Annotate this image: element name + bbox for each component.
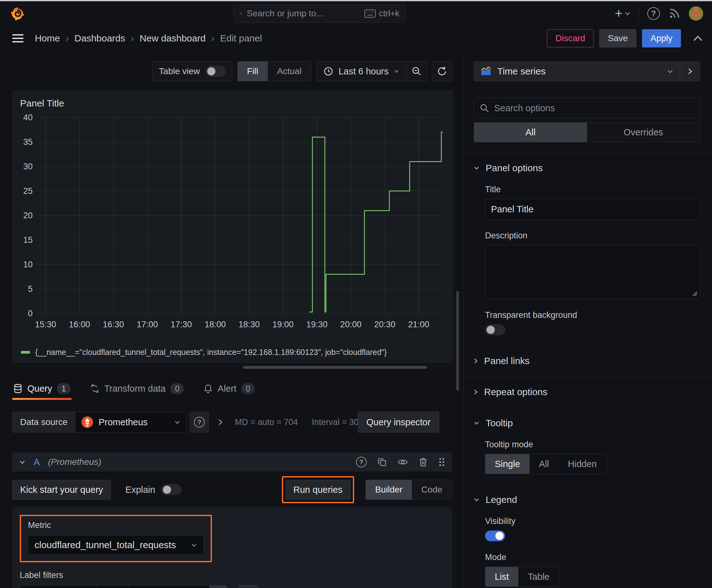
panel-options-section[interactable]: Panel options bbox=[474, 163, 700, 173]
datasource-help-button[interactable]: ? bbox=[190, 412, 209, 433]
panel-preview[interactable]: Panel Title 051015202530354015:3016:0016… bbox=[12, 91, 453, 363]
divider bbox=[687, 31, 687, 45]
tab-overrides[interactable]: Overrides bbox=[587, 123, 700, 142]
news-rss-icon[interactable] bbox=[668, 7, 681, 20]
query-a-header[interactable]: A (Prometheus) ? bbox=[12, 453, 452, 471]
help-button[interactable]: ? bbox=[647, 7, 660, 20]
panel-title-input[interactable] bbox=[485, 199, 700, 219]
menu-toggle-icon[interactable] bbox=[12, 34, 24, 42]
chevron-down-icon[interactable] bbox=[19, 460, 25, 464]
legend-title: Legend bbox=[486, 495, 517, 505]
remove-filter-button[interactable]: ✕ bbox=[209, 585, 226, 588]
legend-table-option[interactable]: Table bbox=[518, 567, 559, 586]
repeat-options-section[interactable]: Repeat options bbox=[474, 387, 700, 397]
editor-tabs: Query 1 Transform data 0 Alert 0 bbox=[12, 377, 463, 400]
fill-option[interactable]: Fill bbox=[238, 62, 268, 81]
legend-list-option[interactable]: List bbox=[486, 567, 518, 586]
chevron-down-icon bbox=[394, 69, 399, 73]
actual-option[interactable]: Actual bbox=[268, 62, 311, 81]
query-editor: Data source Prometheus ? MD = auto = 704… bbox=[12, 412, 452, 588]
add-menu-button[interactable]: + bbox=[615, 7, 631, 20]
tab-transform[interactable]: Transform data 0 bbox=[89, 377, 185, 400]
code-option[interactable]: Code bbox=[412, 480, 452, 499]
query-inspector-button[interactable]: Query inspector bbox=[358, 412, 439, 433]
query-builder-body: Metric cloudflared_tunnel_total_requests… bbox=[12, 507, 452, 588]
topbar-actions: + ? bbox=[615, 6, 703, 21]
zoom-out-icon bbox=[412, 66, 422, 76]
kick-start-button[interactable]: Kick start your query bbox=[12, 480, 111, 499]
svg-text:18:30: 18:30 bbox=[239, 320, 260, 329]
query-help-icon[interactable]: ? bbox=[356, 457, 367, 467]
options-search[interactable] bbox=[474, 98, 700, 119]
refresh-button[interactable] bbox=[432, 61, 452, 81]
chevron-down-icon bbox=[624, 11, 631, 16]
svg-text:16:00: 16:00 bbox=[69, 320, 90, 329]
timeseries-chart[interactable]: 051015202530354015:3016:0016:3017:0017:3… bbox=[18, 113, 448, 333]
tooltip-body: Tooltip mode Single All Hidden bbox=[485, 440, 700, 474]
tab-alert[interactable]: Alert 0 bbox=[202, 377, 256, 400]
query-ref-id[interactable]: A bbox=[34, 457, 40, 467]
edit-pane: Table view Fill Actual Last 6 hours bbox=[0, 51, 463, 588]
run-queries-button[interactable]: Run queries bbox=[286, 480, 350, 499]
user-avatar[interactable] bbox=[689, 6, 703, 21]
tab-query-label: Query bbox=[27, 383, 52, 394]
discard-button[interactable]: Discard bbox=[547, 29, 594, 47]
builder-option[interactable]: Builder bbox=[366, 480, 412, 499]
divider bbox=[639, 6, 639, 20]
tab-query[interactable]: Query 1 bbox=[12, 377, 71, 400]
trash-icon[interactable] bbox=[419, 457, 428, 467]
description-textarea[interactable] bbox=[485, 245, 700, 299]
tab-all[interactable]: All bbox=[474, 123, 587, 142]
tab-transform-label: Transform data bbox=[104, 383, 166, 394]
time-range-picker[interactable]: Last 6 hours bbox=[317, 62, 406, 81]
chevron-right-icon bbox=[474, 358, 478, 364]
tooltip-single-option[interactable]: Single bbox=[486, 454, 530, 474]
drag-handle-icon[interactable] bbox=[438, 457, 445, 467]
horizontal-scrollbar-thumb[interactable] bbox=[243, 366, 427, 369]
resize-handle-icon[interactable] bbox=[691, 290, 698, 297]
operator-dropdown[interactable]: = bbox=[97, 585, 128, 588]
fill-actual-switch: Fill Actual bbox=[237, 61, 311, 81]
global-search-input[interactable] bbox=[247, 8, 360, 19]
explain-toggle[interactable] bbox=[161, 484, 181, 495]
breadcrumb-home[interactable]: Home bbox=[35, 33, 60, 44]
select-label-dropdown[interactable]: Select label bbox=[20, 585, 97, 588]
breadcrumb-separator: › bbox=[131, 33, 134, 44]
visualization-picker[interactable]: Time series bbox=[474, 61, 680, 81]
grafana-logo-icon[interactable] bbox=[10, 6, 24, 21]
tooltip-section[interactable]: Tooltip bbox=[474, 418, 700, 428]
collapse-header-icon[interactable] bbox=[693, 35, 703, 42]
chevron-right-icon[interactable] bbox=[218, 418, 223, 426]
transparent-bg-toggle[interactable] bbox=[485, 324, 505, 335]
prometheus-icon bbox=[81, 416, 93, 428]
legend-section[interactable]: Legend bbox=[474, 495, 700, 505]
options-search-input[interactable] bbox=[494, 103, 694, 113]
tooltip-all-option[interactable]: All bbox=[530, 454, 559, 474]
clock-icon bbox=[323, 66, 333, 76]
panel-links-section[interactable]: Panel links bbox=[474, 356, 700, 366]
save-button[interactable]: Save bbox=[599, 29, 637, 47]
top-bar: ctrl+k + ? bbox=[0, 1, 712, 26]
series-color-swatch[interactable] bbox=[21, 351, 30, 354]
legend-visibility-toggle[interactable] bbox=[485, 530, 505, 541]
zoom-out-button[interactable] bbox=[407, 62, 427, 81]
eye-icon[interactable] bbox=[397, 458, 408, 466]
breadcrumb-dashboards[interactable]: Dashboards bbox=[74, 33, 125, 44]
svg-text:21:00: 21:00 bbox=[408, 320, 429, 329]
tooltip-hidden-option[interactable]: Hidden bbox=[559, 454, 606, 474]
select-value-dropdown[interactable]: Select value bbox=[128, 585, 209, 588]
collapse-options-button[interactable] bbox=[680, 61, 700, 81]
metric-select[interactable]: cloudflared_tunnel_total_requests bbox=[28, 535, 204, 555]
datasource-picker[interactable]: Prometheus bbox=[75, 412, 187, 433]
apply-button[interactable]: Apply bbox=[642, 29, 681, 47]
duplicate-icon[interactable] bbox=[377, 457, 387, 467]
table-view-toggle[interactable] bbox=[206, 66, 226, 77]
breadcrumb-new-dashboard[interactable]: New dashboard bbox=[140, 33, 206, 44]
visualization-row: Time series bbox=[474, 61, 700, 81]
vertical-scrollbar-thumb[interactable] bbox=[456, 291, 459, 391]
series-label[interactable]: {__name__="cloudflared_tunnel_total_requ… bbox=[35, 348, 387, 357]
add-filter-button[interactable]: + bbox=[239, 585, 258, 588]
help-icon: ? bbox=[647, 7, 660, 20]
svg-text:19:00: 19:00 bbox=[273, 320, 294, 329]
global-search[interactable]: ctrl+k bbox=[233, 4, 406, 23]
